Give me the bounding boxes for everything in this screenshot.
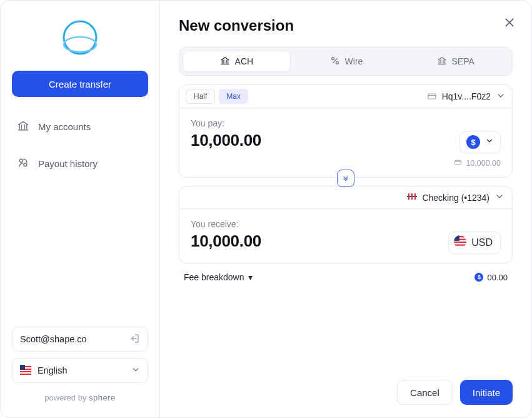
svg-point-11 [336,61,338,64]
chevron-down-icon [496,91,506,103]
svg-point-10 [331,57,334,59]
source-account-select[interactable]: Hq1v....F0z2 [427,91,506,103]
initiate-button[interactable]: Initiate [460,380,513,405]
svg-rect-7 [20,371,31,372]
method-tabs: ACH Wire SEPA [179,47,513,76]
bank-icon [17,120,29,134]
dest-account-label: Checking (•1234) [422,193,489,203]
caret-down-icon: ▾ [248,272,253,282]
chevron-down-icon [485,136,494,148]
tab-ach[interactable]: ACH [183,51,291,72]
chevron-down-icon [494,191,504,203]
you-receive-label: You receive: [191,219,501,229]
sidebar-item-label: My accounts [38,121,91,132]
pay-card: Half Max Hq1v....F0z2 You pay: 10,000.00 [179,84,513,178]
chevron-down-icon [131,365,140,376]
max-button[interactable]: Max [219,89,248,104]
svg-rect-12 [428,94,436,99]
tab-label: SEPA [452,56,474,66]
tab-sepa[interactable]: SEPA [402,51,509,72]
bank-icon [220,56,230,68]
pay-amount[interactable]: 10,000.00 [191,131,261,150]
svg-rect-17 [414,193,416,200]
svg-rect-24 [454,235,459,241]
svg-rect-23 [454,244,466,245]
fee-breakdown-label: Fee breakdown [184,272,244,282]
svg-rect-16 [411,193,413,200]
bank-logo-icon [407,192,417,203]
receive-currency-label: USD [471,237,493,248]
svg-point-1 [64,37,96,52]
sidebar-item-my-accounts[interactable]: My accounts [12,112,148,141]
fee-amount: $ 00.00 [474,273,508,282]
svg-point-2 [19,159,23,162]
tab-label: ACH [235,56,254,66]
flag-us-icon [454,235,466,250]
sidebar-item-payout-history[interactable]: Payout history [12,149,148,178]
wire-icon [330,56,340,68]
bank-icon [437,56,447,68]
main-panel: New conversion ACH Wire SEPA [160,1,531,417]
svg-rect-13 [455,160,461,165]
logo [12,18,148,57]
svg-rect-9 [20,365,25,370]
svg-rect-8 [20,374,31,375]
source-account-label: Hq1v....F0z2 [442,91,491,101]
sidebar: Create transfer My accounts Payout histo… [1,1,160,417]
history-icon [17,156,29,171]
powered-by: powered by sphere [12,393,148,402]
tab-wire[interactable]: Wire [293,51,400,72]
swap-button[interactable] [337,170,354,187]
close-icon[interactable] [503,16,516,32]
svg-rect-22 [454,242,466,243]
account-email-box[interactable]: Scott@shape.co [12,327,148,352]
half-button[interactable]: Half [186,89,215,104]
pay-currency-select[interactable]: $ [459,131,501,153]
svg-point-3 [24,163,27,166]
create-transfer-button[interactable]: Create transfer [12,71,148,97]
dest-account-select[interactable]: Checking (•1234) [407,191,504,203]
language-label: English [38,365,125,375]
cancel-button[interactable]: Cancel [397,380,453,405]
tab-label: Wire [345,56,363,66]
balance-value: 10,000.00 [466,159,501,168]
receive-amount: 10,000.00 [191,232,261,251]
fee-breakdown-toggle[interactable]: Fee breakdown ▾ [184,272,253,282]
dollar-icon: $ [474,273,483,282]
wallet-icon [454,158,462,168]
dollar-icon: $ [466,135,480,149]
page-title: New conversion [179,17,513,34]
receive-card: Checking (•1234) You receive: 10,000.00 … [179,186,513,263]
receive-currency: USD [448,232,501,254]
balance-row: 10,000.00 [191,158,501,168]
logout-icon [129,333,140,346]
account-email: Scott@shape.co [20,334,123,344]
language-selector[interactable]: English [12,358,148,383]
card-icon [427,91,437,101]
flag-us-icon [20,365,31,376]
svg-rect-15 [408,193,409,200]
sidebar-item-label: Payout history [38,158,98,169]
you-pay-label: You pay: [191,118,501,128]
